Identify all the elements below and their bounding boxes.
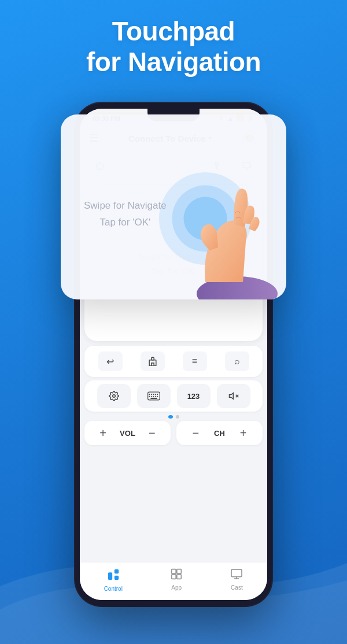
cast-icon bbox=[230, 568, 243, 583]
touchpad-overlay-card[interactable]: Swipe for Navigate Tap for 'OK' bbox=[61, 114, 286, 299]
swipe-hint-overlay: Swipe for Navigate bbox=[84, 198, 167, 214]
page-dots bbox=[80, 415, 267, 419]
search-button[interactable]: ⌕ bbox=[225, 351, 249, 371]
hero-text: Touchpad for Navigation bbox=[0, 16, 347, 77]
dot-2 bbox=[176, 415, 179, 419]
control-icon bbox=[107, 568, 120, 584]
vol-label: VOL bbox=[120, 429, 135, 438]
overlay-hints: Swipe for Navigate Tap for 'OK' bbox=[72, 198, 167, 231]
control-label: Control bbox=[104, 586, 123, 592]
svg-rect-26 bbox=[177, 575, 182, 579]
svg-rect-27 bbox=[231, 569, 242, 577]
menu-button[interactable]: ≡ bbox=[183, 351, 207, 371]
svg-marker-17 bbox=[229, 393, 233, 399]
dot-1 bbox=[168, 415, 173, 419]
nav-control[interactable]: Control bbox=[104, 568, 123, 592]
ripple-inner bbox=[184, 197, 227, 240]
app-icon bbox=[171, 568, 182, 583]
vol-plus-button[interactable]: + bbox=[97, 427, 109, 439]
ch-plus-button[interactable]: + bbox=[237, 427, 250, 439]
keyboard-button[interactable] bbox=[137, 384, 171, 408]
svg-rect-3 bbox=[151, 357, 153, 360]
bottom-nav: Control App bbox=[80, 562, 267, 600]
volume-control: + VOL − bbox=[84, 421, 171, 445]
svg-rect-25 bbox=[172, 575, 176, 579]
vol-minus-button[interactable]: − bbox=[146, 427, 158, 439]
hero-line2: for Navigation bbox=[0, 47, 347, 77]
nav-cast[interactable]: Cast bbox=[230, 568, 243, 592]
nav-row: ↩ ≡ ⌕ bbox=[84, 346, 263, 377]
vol-ch-row: + VOL − − CH + bbox=[84, 421, 263, 445]
hero-line1: Touchpad bbox=[0, 16, 347, 47]
ch-label: CH bbox=[214, 429, 225, 438]
svg-rect-24 bbox=[177, 569, 182, 574]
svg-rect-21 bbox=[115, 569, 119, 573]
svg-point-4 bbox=[112, 395, 115, 398]
svg-rect-23 bbox=[172, 569, 176, 574]
svg-rect-20 bbox=[108, 572, 112, 580]
mute-button[interactable] bbox=[217, 384, 250, 408]
ripple-container bbox=[159, 172, 252, 265]
app-label: App bbox=[171, 584, 182, 591]
action-row: 123 bbox=[84, 380, 263, 412]
svg-rect-22 bbox=[115, 576, 119, 580]
home-button[interactable] bbox=[141, 351, 165, 371]
tap-hint-overlay: Tap for 'OK' bbox=[84, 214, 167, 231]
nav-app[interactable]: App bbox=[171, 568, 182, 592]
settings-button[interactable] bbox=[97, 384, 131, 408]
back-button[interactable]: ↩ bbox=[98, 351, 123, 371]
ch-minus-button[interactable]: − bbox=[189, 427, 202, 439]
numpad-button[interactable]: 123 bbox=[177, 384, 211, 408]
channel-control: − CH + bbox=[176, 421, 263, 445]
svg-point-28 bbox=[197, 276, 278, 299]
cast-label: Cast bbox=[231, 584, 243, 591]
